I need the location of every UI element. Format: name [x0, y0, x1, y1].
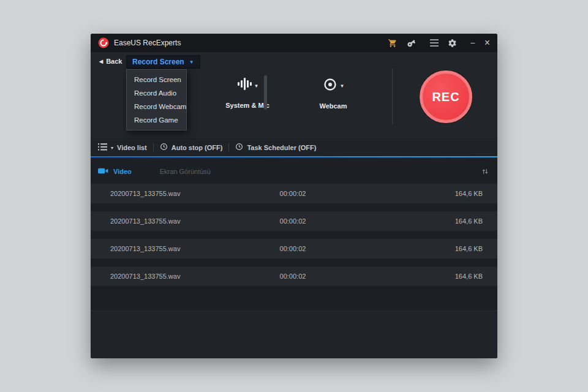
system-mic-label: System & Mic: [211, 102, 284, 109]
record-mode-menu: Record Screen Record Audio Record Webcam…: [126, 69, 187, 130]
menu-icon[interactable]: [430, 39, 439, 47]
auto-stop-clock-icon: [160, 142, 168, 153]
record-mode-dropdown[interactable]: Record Screen ▼: [126, 55, 200, 69]
file-duration: 00:00:02: [267, 273, 318, 280]
file-name: 20200713_133755.wav: [110, 273, 180, 280]
file-name: 20200713_133755.wav: [110, 245, 180, 252]
chevron-down-icon: ▼: [189, 59, 194, 65]
back-label: Back: [106, 58, 122, 65]
auto-stop-label: Auto stop (OFF): [172, 144, 223, 151]
file-duration: 00:00:02: [267, 245, 318, 252]
audio-bars-icon: [237, 77, 252, 94]
back-button[interactable]: ◀ Back: [99, 58, 122, 65]
record-controls-section: ◀ Back Record Screen ▼ Record Screen Rec…: [91, 52, 497, 138]
task-scheduler-button[interactable]: Task Scheduler (OFF): [235, 142, 316, 153]
recording-row[interactable]: 20200713_133755.wav 00:00:02 164,6 KB: [91, 239, 497, 258]
close-button[interactable]: ×: [484, 38, 490, 48]
recording-row[interactable]: 20200713_133755.wav 00:00:02 164,6 KB: [91, 266, 497, 286]
recordings-list-area: Video Ekran Görüntüsü 20200713_133755.wa…: [91, 159, 497, 358]
app-logo-icon: [98, 37, 109, 48]
tab-video-label: Video: [113, 168, 132, 175]
recordings-toolbar: ▾ Video list Auto stop (OFF) Task Schedu…: [91, 138, 497, 157]
minimize-button[interactable]: −: [470, 39, 475, 47]
video-list-selector[interactable]: ▾ Video list: [98, 142, 147, 153]
list-icon: [98, 142, 107, 153]
auto-stop-button[interactable]: Auto stop (OFF): [160, 142, 223, 153]
recording-row[interactable]: 20200713_133755.wav 00:00:02 164,6 KB: [91, 211, 497, 231]
settings-gear-icon[interactable]: [448, 39, 457, 48]
chevron-down-icon: ▾: [111, 145, 113, 151]
chevron-down-icon: ▾: [341, 83, 344, 89]
toolbar-divider: [153, 143, 154, 152]
file-size: 164,6 KB: [455, 273, 483, 280]
vertical-divider: [392, 68, 393, 124]
file-size: 164,6 KB: [455, 217, 483, 225]
chevron-down-icon: ▾: [255, 83, 258, 89]
menu-item-record-game[interactable]: Record Game: [127, 113, 186, 127]
recording-row[interactable]: 20200713_133755.wav 00:00:02 164,6 KB: [91, 184, 497, 203]
webcam-label: Webcam: [296, 102, 370, 110]
file-duration: 00:00:02: [267, 190, 318, 197]
file-duration: 00:00:02: [267, 217, 318, 225]
list-header: Video Ekran Görüntüsü: [98, 164, 489, 179]
cart-icon[interactable]: [388, 39, 398, 48]
file-size: 164,6 KB: [455, 190, 483, 197]
sort-button[interactable]: [481, 168, 489, 175]
toolbar-divider: [228, 143, 229, 152]
menu-item-record-audio[interactable]: Record Audio: [127, 86, 186, 100]
rec-button-label: REC: [432, 90, 459, 104]
title-bar: EaseUS RecExperts − ×: [91, 34, 497, 52]
webcam-lens-icon: [323, 77, 337, 94]
empty-list-footer: [91, 311, 497, 358]
file-size: 164,6 KB: [455, 245, 483, 252]
file-name: 20200713_133755.wav: [110, 190, 180, 197]
record-mode-selected: Record Screen: [132, 58, 184, 66]
app-title: EaseUS RecExperts: [114, 39, 181, 47]
menu-item-record-webcam[interactable]: Record Webcam: [127, 100, 186, 113]
task-scheduler-label: Task Scheduler (OFF): [247, 144, 316, 151]
back-arrow-icon: ◀: [99, 59, 103, 64]
file-name: 20200713_133755.wav: [110, 217, 180, 225]
camcorder-icon: [98, 166, 108, 177]
menu-item-record-screen[interactable]: Record Screen: [127, 73, 186, 86]
audio-level-meter: [264, 75, 267, 110]
webcam-selector[interactable]: ▾ Webcam: [296, 78, 370, 110]
app-window: EaseUS RecExperts − × ◀ Back Record Scre…: [91, 34, 497, 358]
activation-key-icon[interactable]: [405, 36, 418, 49]
video-list-label: Video list: [117, 144, 147, 151]
task-scheduler-clock-icon: [235, 142, 243, 153]
system-mic-selector[interactable]: ▾ System & Mic: [211, 78, 284, 109]
rec-button[interactable]: REC: [420, 70, 472, 123]
tab-screenshot[interactable]: Ekran Görüntüsü: [160, 168, 211, 175]
tab-video[interactable]: Video: [98, 166, 132, 177]
